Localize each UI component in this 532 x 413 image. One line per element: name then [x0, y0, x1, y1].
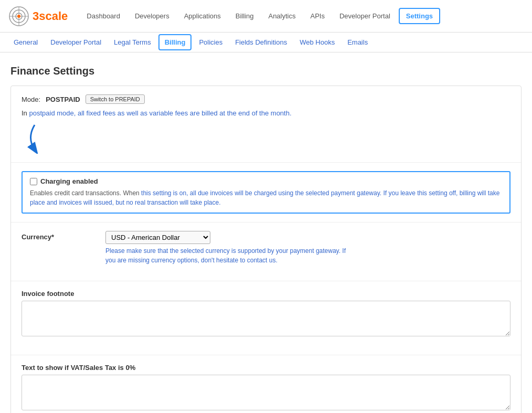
nav-applications[interactable]: Applications — [178, 9, 227, 23]
currency-row: Currency* USD - American Dollar Please m… — [22, 231, 510, 265]
mode-value: POSTPAID — [46, 96, 80, 103]
nav-billing[interactable]: Billing — [229, 9, 260, 23]
nav-developer-portal[interactable]: Developer Portal — [333, 9, 397, 23]
charging-enabled-checkbox[interactable] — [30, 178, 37, 185]
mode-section: Mode: POSTPAID Switch to PREPAID In post… — [11, 86, 521, 163]
logo: 3scale — [8, 6, 68, 27]
nav-dashboard[interactable]: Dashboard — [80, 9, 126, 23]
mode-row: Mode: POSTPAID Switch to PREPAID — [22, 94, 510, 104]
invoice-footnote-field: Invoice footnote — [22, 290, 510, 338]
invoice-footnote-textarea[interactable] — [22, 301, 510, 336]
currency-note: Please make sure that the selected curre… — [105, 246, 347, 265]
charging-enabled-box: Charging enabled Enables credit card tra… — [22, 171, 510, 214]
subnav-emails[interactable]: Emails — [342, 35, 373, 49]
logo-icon — [8, 6, 29, 27]
svg-point-5 — [17, 15, 20, 18]
subnav-general[interactable]: General — [8, 35, 43, 49]
logo-text: 3scale — [33, 9, 68, 23]
vat-tax-field: Text to show if VAT/Sales Tax is 0% — [22, 364, 510, 412]
invoice-footnote-section: Invoice footnote — [11, 281, 521, 355]
subnav-legal-terms[interactable]: Legal Terms — [109, 35, 156, 49]
sub-navigation: General Developer Portal Legal Terms Bil… — [0, 33, 532, 52]
blue-arrow-icon — [22, 122, 48, 154]
main-content: Finance Settings Mode: POSTPAID Switch t… — [0, 52, 532, 413]
nav-developers[interactable]: Developers — [129, 9, 176, 23]
subnav-fields-definitions[interactable]: Fields Definitions — [230, 35, 292, 49]
main-nav: Dashboard Developers Applications Billin… — [80, 8, 524, 24]
subnav-billing[interactable]: Billing — [158, 34, 192, 50]
invoice-footnote-label: Invoice footnote — [22, 290, 510, 298]
top-navigation: 3scale Dashboard Developers Applications… — [0, 0, 532, 33]
currency-select[interactable]: USD - American Dollar — [105, 231, 210, 244]
subnav-policies[interactable]: Policies — [194, 35, 228, 49]
arrow-annotation — [22, 122, 510, 154]
charging-enabled-label[interactable]: Charging enabled — [40, 177, 98, 185]
currency-section: Currency* USD - American Dollar Please m… — [11, 223, 521, 281]
subnav-developer-portal[interactable]: Developer Portal — [45, 35, 107, 49]
nav-analytics[interactable]: Analytics — [262, 9, 302, 23]
mode-label: Mode: — [22, 96, 40, 103]
vat-tax-textarea[interactable] — [22, 375, 510, 410]
charging-description: Enables credit card transactions. When t… — [30, 188, 502, 207]
page-title: Finance Settings — [10, 65, 522, 77]
vat-tax-section: Text to show if VAT/Sales Tax is 0% — [11, 355, 521, 413]
currency-label: Currency* — [22, 231, 105, 241]
finance-settings-card: Mode: POSTPAID Switch to PREPAID In post… — [10, 86, 522, 413]
mode-description: In postpaid mode, all fixed fees as well… — [22, 109, 510, 117]
mode-desc-highlight1: postpaid mode, all fixed fees as well as… — [29, 109, 291, 117]
nav-settings[interactable]: Settings — [399, 8, 440, 24]
vat-tax-label: Text to show if VAT/Sales Tax is 0% — [22, 364, 510, 372]
switch-to-prepaid-button[interactable]: Switch to PREPAID — [86, 94, 145, 104]
charging-checkbox-row: Charging enabled — [30, 177, 502, 185]
charging-enabled-section: Charging enabled Enables credit card tra… — [11, 163, 521, 223]
nav-apis[interactable]: APIs — [304, 9, 331, 23]
subnav-web-hooks[interactable]: Web Hooks — [294, 35, 340, 49]
currency-control-wrap: USD - American Dollar Please make sure t… — [105, 231, 510, 265]
